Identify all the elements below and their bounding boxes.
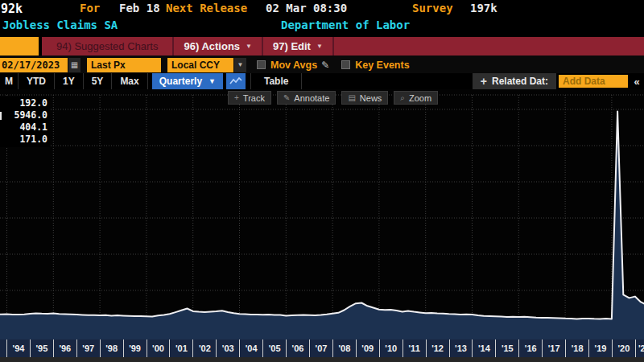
- actions-menu[interactable]: 96) Actions▼: [174, 37, 263, 56]
- x-axis-label: '19: [588, 339, 612, 357]
- collapse-panel-button[interactable]: «: [630, 73, 644, 89]
- x-axis-label: '05: [262, 339, 286, 357]
- legend-value: 5946.0: [0, 109, 47, 121]
- range-button-5y[interactable]: 5Y: [84, 73, 113, 89]
- price-plot[interactable]: [0, 89, 644, 339]
- data-source: Department of Labor: [281, 19, 410, 31]
- x-axis-label: '09: [356, 339, 379, 357]
- x-axis-label: '15: [495, 339, 518, 357]
- x-axis-label: '16: [518, 339, 542, 357]
- value-legend: 192.05946.0404.1171.0: [0, 97, 50, 147]
- x-axis-partial-label: '2: [635, 339, 644, 357]
- news-icon: ▤: [348, 93, 355, 102]
- menubar: 94) Suggested Charts 96) Actions▼ 97) Ed…: [0, 37, 644, 56]
- survey-value: 197k: [470, 2, 497, 14]
- annotate-icon: ✎: [283, 93, 290, 102]
- toolbar-row: MYTD1Y5YMax Quarterly▼ Table +Related Da…: [0, 73, 644, 89]
- x-axis-label: '97: [76, 339, 100, 357]
- x-axis-label: '99: [123, 339, 147, 357]
- range-button-1y[interactable]: 1Y: [55, 73, 84, 89]
- key-events-label: Key Events: [355, 60, 409, 71]
- zoom-icon: ⌕: [400, 93, 405, 103]
- range-button-m[interactable]: M: [0, 73, 19, 89]
- range-button-ytd[interactable]: YTD: [19, 73, 55, 89]
- x-axis-label: '07: [309, 339, 332, 357]
- related-data-button[interactable]: +Related Dat:: [473, 73, 556, 89]
- legend-value: 404.1: [0, 121, 47, 134]
- x-axis-label: '17: [542, 339, 565, 357]
- calendar-icon[interactable]: ▦: [68, 58, 80, 72]
- security-row: Jobless Claims SA Department of Labor: [0, 18, 644, 37]
- mov-avgs-label: Mov Avgs: [270, 60, 317, 71]
- controls-row: 02/17/2023 ▦ Last Px Local CCY ▼ Mov Avg…: [0, 56, 644, 73]
- chart-type-button[interactable]: [226, 73, 246, 89]
- chart-tools: +Track✎Annotate▤News⌕Zoom: [228, 91, 438, 105]
- chevron-down-icon: ▼: [316, 43, 323, 50]
- survey-label: Survey: [412, 2, 453, 14]
- annotate-button[interactable]: ✎Annotate: [277, 91, 336, 105]
- track-button[interactable]: +Track: [228, 91, 271, 105]
- x-axis-label: '06: [286, 339, 309, 357]
- currency-dropdown-arrow[interactable]: ▼: [234, 58, 246, 72]
- edit-menu[interactable]: 97) Edit▼: [263, 37, 334, 56]
- x-axis-label: '20: [612, 339, 635, 357]
- x-axis-label: '02: [192, 339, 216, 357]
- x-axis: '94'95'96'97'98'99'00'01'02'03'04'05'06'…: [0, 339, 644, 357]
- x-axis-label: '98: [100, 339, 123, 357]
- currency-input[interactable]: Local CCY: [167, 58, 233, 72]
- chevron-down-icon: ▼: [246, 43, 252, 50]
- key-events-checkbox[interactable]: [341, 60, 350, 69]
- for-label: For: [80, 2, 100, 14]
- x-axis-label: '14: [472, 339, 495, 357]
- x-axis-label: '12: [426, 339, 449, 357]
- high-marker: [0, 112, 2, 120]
- for-period: Feb 18: [119, 2, 160, 14]
- x-axis-label: '94: [6, 339, 30, 357]
- suggested-charts-menu[interactable]: 94) Suggested Charts: [42, 37, 174, 56]
- plus-icon: +: [481, 75, 487, 88]
- track-icon: +: [234, 93, 239, 102]
- legend-value: 192.0: [0, 97, 47, 109]
- x-axis-label: '18: [565, 339, 588, 357]
- news-button[interactable]: ▤News: [341, 91, 388, 105]
- bloomberg-terminal: 92k For Feb 18 Next Release 02 Mar 08:30…: [0, 0, 644, 362]
- zoom-button[interactable]: ⌕Zoom: [394, 91, 438, 105]
- x-axis-label: '10: [379, 339, 402, 357]
- chart-area: +Track✎Annotate▤News⌕Zoom 192.05946.0404…: [0, 89, 644, 339]
- bottom-strip: [0, 357, 644, 362]
- date-input[interactable]: 02/17/2023: [0, 58, 68, 72]
- legend-value: 171.0: [0, 134, 47, 146]
- x-axis-label: '13: [449, 339, 473, 357]
- release-info-row: 92k For Feb 18 Next Release 02 Mar 08:30…: [0, 0, 644, 18]
- pencil-icon[interactable]: ✎: [321, 60, 329, 71]
- price-field-input[interactable]: Last Px: [87, 58, 161, 72]
- last-value: 92k: [1, 2, 23, 16]
- line-chart-icon: [229, 76, 242, 86]
- period-select[interactable]: Quarterly▼: [152, 73, 223, 89]
- add-data-input[interactable]: [559, 75, 628, 88]
- command-block[interactable]: [0, 37, 39, 56]
- x-axis-label: '11: [402, 339, 426, 357]
- x-axis-label: '95: [30, 339, 53, 357]
- x-axis-label: '08: [332, 339, 356, 357]
- x-axis-label: '03: [216, 339, 239, 357]
- next-release-value: 02 Mar 08:30: [266, 2, 347, 14]
- mov-avgs-checkbox[interactable]: [257, 60, 266, 69]
- x-axis-label: '01: [169, 339, 192, 357]
- range-buttons: MYTD1Y5YMax: [0, 73, 148, 89]
- next-release-label: Next Release: [166, 2, 247, 14]
- security-name: Jobless Claims SA: [2, 19, 118, 31]
- chevron-down-icon: ▼: [208, 77, 216, 85]
- x-axis-label: '04: [239, 339, 262, 357]
- table-button[interactable]: Table: [250, 73, 302, 89]
- x-axis-label: '00: [147, 339, 170, 357]
- range-button-max[interactable]: Max: [112, 73, 147, 89]
- x-axis-label: '96: [53, 339, 76, 357]
